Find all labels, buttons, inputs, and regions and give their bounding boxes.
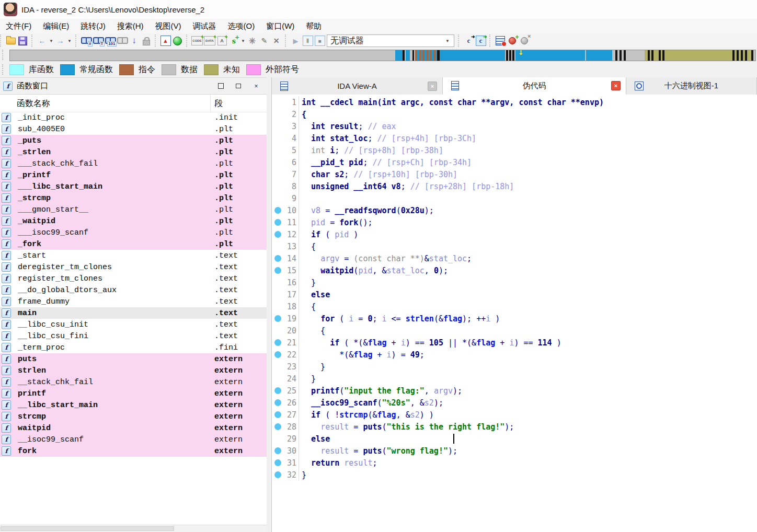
address-dot-icon[interactable] bbox=[274, 387, 281, 394]
delete-breakpoint-button[interactable]: × bbox=[519, 36, 530, 47]
menu-item-3[interactable]: 跳转(J) bbox=[75, 20, 111, 33]
scrollbar-thumb[interactable] bbox=[1, 526, 174, 531]
function-row[interactable]: fsub_4005E0.plt bbox=[0, 123, 267, 135]
navigation-band[interactable]: ↓ bbox=[9, 50, 756, 61]
code-line[interactable]: 32} bbox=[272, 469, 757, 481]
navband-drag-handle[interactable] bbox=[2, 50, 3, 60]
address-dot-icon[interactable] bbox=[274, 207, 281, 214]
address-dot-icon[interactable] bbox=[274, 459, 281, 466]
continue-process-button[interactable]: c➜ bbox=[463, 36, 474, 47]
edit-function-button[interactable]: ✎ bbox=[259, 36, 270, 47]
lock-highlight-button[interactable] bbox=[141, 36, 152, 47]
function-row[interactable]: f_printf.plt bbox=[0, 169, 267, 181]
function-row[interactable]: f_term_proc.fini bbox=[0, 342, 267, 353]
maximize-button[interactable] bbox=[215, 82, 226, 91]
address-dot-icon[interactable] bbox=[274, 255, 281, 262]
code-line[interactable]: 17 else bbox=[272, 288, 757, 300]
function-row[interactable]: f__stack_chk_failextern bbox=[0, 376, 267, 388]
panel-splitter[interactable] bbox=[267, 77, 272, 532]
code-line[interactable]: 28 result = puts("this is the right flag… bbox=[272, 421, 757, 433]
address-dot-icon[interactable] bbox=[274, 339, 281, 346]
functions-horizontal-scrollbar[interactable] bbox=[0, 525, 267, 532]
function-row[interactable]: fmain.text bbox=[0, 307, 267, 319]
code-line[interactable]: 15 waitpid(pid, &stat_loc, 0); bbox=[272, 264, 757, 276]
code-line[interactable]: 6 __pid_t pid; // [rsp+Ch] [rbp-34h] bbox=[272, 156, 757, 168]
column-divider[interactable] bbox=[210, 95, 211, 112]
run-until-return-button[interactable]: c➜ bbox=[475, 36, 486, 47]
debugger-select[interactable]: 无调试器 ▼ bbox=[327, 34, 454, 47]
code-line[interactable]: 12 if ( pid ) bbox=[272, 228, 757, 240]
code-line[interactable]: 22 *(&flag + i) = 49; bbox=[272, 349, 757, 361]
function-row[interactable]: f__libc_start_mainextern bbox=[0, 399, 267, 411]
function-row[interactable]: fprintfextern bbox=[0, 388, 267, 399]
search-text-button[interactable]: T bbox=[93, 36, 104, 47]
function-row[interactable]: fputsextern bbox=[0, 353, 267, 365]
function-row[interactable]: fforkextern bbox=[0, 445, 267, 457]
function-row[interactable]: f_puts.plt bbox=[0, 135, 267, 146]
function-row[interactable]: f_init_proc.init bbox=[0, 112, 267, 123]
undefine-button[interactable]: ✕ bbox=[271, 36, 282, 47]
address-dot-icon[interactable] bbox=[274, 351, 281, 358]
create-struct-button[interactable]: A+ bbox=[216, 36, 227, 47]
function-row[interactable]: f__libc_csu_fini.text bbox=[0, 330, 267, 342]
pause-process-button[interactable]: Ⅱ bbox=[302, 36, 313, 47]
column-header-segment[interactable]: 段 bbox=[214, 98, 223, 109]
function-row[interactable]: f___gmon_start__.plt bbox=[0, 204, 267, 215]
search-immediate-button[interactable]: 101 bbox=[105, 36, 116, 47]
code-line[interactable]: 7 char s2; // [rsp+10h] [rbp-30h] bbox=[272, 168, 757, 180]
function-row[interactable]: f_fork.plt bbox=[0, 238, 267, 250]
function-row[interactable]: fwaitpidextern bbox=[0, 422, 267, 434]
create-array-button[interactable]: ✳ bbox=[247, 36, 258, 47]
function-row[interactable]: fframe_dummy.text bbox=[0, 296, 267, 307]
function-row[interactable]: f__do_global_dtors_aux.text bbox=[0, 284, 267, 296]
code-line[interactable]: 30 result = puts("wrong flag!"); bbox=[272, 445, 757, 457]
function-row[interactable]: f_strlen.plt bbox=[0, 146, 267, 158]
tab-1[interactable]: IDA View-A× bbox=[272, 77, 443, 95]
function-row[interactable]: fderegister_tm_clones.text bbox=[0, 261, 267, 273]
pseudocode-view[interactable]: 1int __cdecl main(int argc, const char *… bbox=[272, 95, 757, 532]
menu-item-4[interactable]: 搜索(H) bbox=[111, 20, 150, 33]
address-dot-icon[interactable] bbox=[274, 471, 281, 478]
code-line[interactable]: 21 if ( *(&flag + i) == 105 || *(&flag +… bbox=[272, 337, 757, 349]
code-line[interactable]: 9 bbox=[272, 192, 757, 204]
create-data-button[interactable]: DATA+ bbox=[204, 36, 215, 47]
code-line[interactable]: 2{ bbox=[272, 108, 757, 120]
function-row[interactable]: f_start.text bbox=[0, 250, 267, 261]
search-number-button[interactable]: # bbox=[81, 36, 91, 47]
code-line[interactable]: 10 v8 = __readfsqword(0x28u); bbox=[272, 204, 757, 216]
functions-panel-titlebar[interactable]: f 函数窗口 × bbox=[0, 78, 267, 95]
address-dot-icon[interactable] bbox=[274, 399, 281, 406]
code-line[interactable]: 18 { bbox=[272, 300, 757, 313]
start-process-button[interactable]: ▶ bbox=[290, 36, 301, 47]
address-dot-icon[interactable] bbox=[274, 231, 281, 238]
address-dot-icon[interactable] bbox=[274, 219, 281, 226]
code-line[interactable]: 23 } bbox=[272, 361, 757, 373]
function-row[interactable]: f___isoc99_scanf.plt bbox=[0, 227, 267, 238]
code-line[interactable]: 26 __isoc99_scanf("%20s", &s2); bbox=[272, 397, 757, 409]
navigate-back-button[interactable]: ← bbox=[37, 36, 48, 47]
menu-item-7[interactable]: 选项(O) bbox=[222, 20, 260, 33]
function-row[interactable]: f___libc_start_main.plt bbox=[0, 181, 267, 192]
function-row[interactable]: fregister_tm_clones.text bbox=[0, 273, 267, 284]
open-file-button[interactable] bbox=[5, 36, 16, 47]
address-dot-icon[interactable] bbox=[274, 315, 281, 322]
problems-list-button[interactable]: ▲ bbox=[160, 36, 171, 47]
menu-item-5[interactable]: 视图(V) bbox=[149, 20, 187, 33]
function-row[interactable]: f_strcmp.plt bbox=[0, 192, 267, 204]
code-line[interactable]: 8 unsigned __int64 v8; // [rsp+28h] [rbp… bbox=[272, 180, 757, 192]
add-breakpoint-button[interactable]: + bbox=[507, 36, 518, 47]
forward-history-dropdown[interactable]: ▼ bbox=[67, 36, 72, 47]
breakpoint-list-button[interactable] bbox=[495, 36, 506, 47]
stop-process-button[interactable]: ■ bbox=[314, 36, 325, 47]
tab-3[interactable]: 十六进制视图-1 bbox=[626, 77, 757, 95]
close-button[interactable]: × bbox=[251, 82, 261, 91]
code-line[interactable]: 3 int result; // eax bbox=[272, 120, 757, 132]
create-string-button[interactable]: s+ bbox=[228, 36, 239, 47]
code-line[interactable]: 14 argv = (const char **)&stat_loc; bbox=[272, 252, 757, 264]
function-row[interactable]: f___stack_chk_fail.plt bbox=[0, 158, 267, 169]
menu-item-6[interactable]: 调试器 bbox=[187, 20, 222, 33]
save-button[interactable] bbox=[17, 36, 28, 47]
code-line[interactable]: 16 } bbox=[272, 276, 757, 288]
code-line[interactable]: 4 int stat_loc; // [rsp+4h] [rbp-3Ch] bbox=[272, 132, 757, 144]
search-next-button[interactable] bbox=[117, 36, 128, 47]
